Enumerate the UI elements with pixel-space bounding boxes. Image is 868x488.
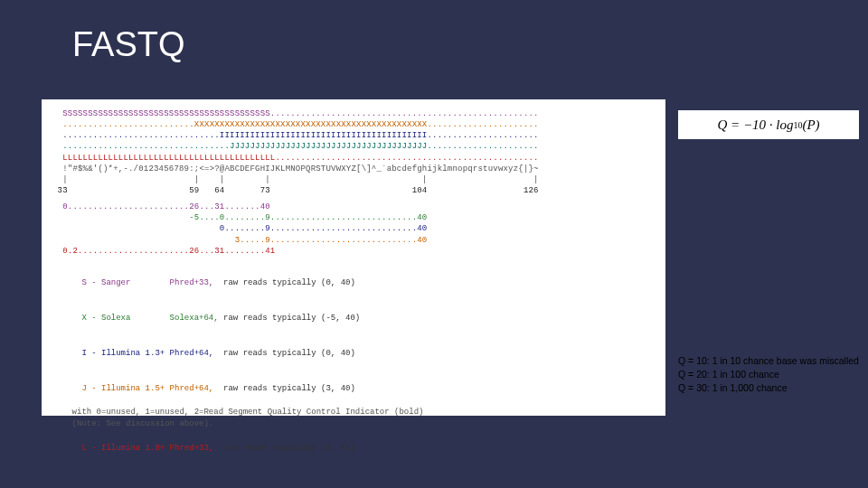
legend-solexa: X - Solexa Solexa+64, raw reads typicall… (52, 301, 655, 336)
legend-illumina18-desc: raw reads typically (0, 41) (213, 444, 355, 453)
formula-tail: (P) (802, 117, 819, 133)
range-solexa: -5....0........9........................… (52, 212, 655, 223)
row-solexa-x: ..........................XXXXXXXXXXXXXX… (52, 119, 655, 130)
row-tick-marks: | | | | | | (52, 174, 655, 185)
legend-sanger: S - Sanger Phred+33, raw reads typically… (52, 266, 655, 301)
slide-title: FASTQ (72, 25, 185, 64)
q30-example: Q = 30: 1 in 1,000 chance (678, 381, 863, 395)
range-illumina15: 3.....9.............................40 (52, 235, 655, 246)
legend-illumina18-tag: L - Illumina 1.8+ Phred+33, (81, 444, 213, 453)
legend-block: S - Sanger Phred+33, raw reads typically… (52, 266, 655, 466)
formula-main: Q = −10 · log (717, 117, 793, 133)
range-illumina18: 0.2......................26...31........… (52, 246, 655, 257)
legend-illumina13-desc: raw reads typically (0, 40) (213, 349, 355, 358)
legend-illumina18: L - Illumina 1.8+ Phred+33, raw reads ty… (52, 430, 655, 465)
q20-example: Q = 20: 1 in 100 chance (678, 368, 863, 381)
legend-sanger-tag: S - Sanger Phred+33, (81, 278, 213, 287)
q10-example: Q = 10: 1 in 10 chance base was miscalle… (678, 354, 863, 368)
legend-solexa-desc: raw reads typically (-5, 40) (219, 314, 361, 323)
row-illumina13-i: ...............................IIIIIIIII… (52, 130, 655, 141)
legend-sanger-desc: raw reads typically (0, 40) (213, 278, 355, 287)
formula-subscript: 10 (793, 120, 802, 130)
encoding-diagram-panel: SSSSSSSSSSSSSSSSSSSSSSSSSSSSSSSSSSSSSSSS… (42, 99, 665, 416)
legend-illumina13-tag: I - Illumina 1.3+ Phred+64, (81, 349, 213, 358)
legend-illumina15-note2: (Note: See discussion above). (52, 418, 655, 430)
legend-illumina15-tag: J - Illumina 1.5+ Phred+64, (81, 384, 213, 393)
row-sanger-s: SSSSSSSSSSSSSSSSSSSSSSSSSSSSSSSSSSSSSSSS… (52, 108, 655, 119)
legend-illumina13: I - Illumina 1.3+ Phred+64, raw reads ty… (52, 336, 655, 371)
legend-illumina15-desc: raw reads typically (3, 40) (213, 384, 355, 393)
q-examples-list: Q = 10: 1 in 10 chance base was miscalle… (678, 354, 863, 396)
row-illumina18-l: LLLLLLLLLLLLLLLLLLLLLLLLLLLLLLLLLLLLLLLL… (52, 153, 655, 164)
phred-formula: Q = −10 · log10(P) (678, 110, 859, 139)
row-illumina15-j: .................................JJJJJJJ… (52, 141, 655, 152)
legend-illumina15-note1: with 0=unused, 1=unused, 2=Read Segment … (52, 407, 655, 418)
row-ascii-scale: !"#$%&'()*+,-./0123456789:;<=>?@ABCDEFGH… (52, 164, 655, 174)
row-ascii-positions: 33 59 64 73 104 126 (52, 185, 655, 196)
legend-illumina15: J - Illumina 1.5+ Phred+64, raw reads ty… (52, 371, 655, 407)
legend-solexa-tag: X - Solexa Solexa+64, (81, 314, 218, 323)
range-illumina13: 0........9.............................4… (52, 223, 655, 234)
range-sanger: 0........................26...31.......4… (52, 202, 655, 212)
